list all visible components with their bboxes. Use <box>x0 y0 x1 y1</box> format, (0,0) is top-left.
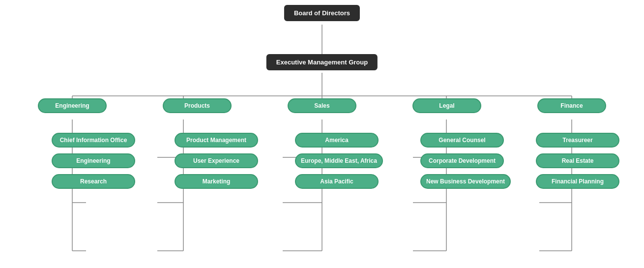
marketing: Marketing <box>175 174 258 189</box>
exec-node: Executive Management Group <box>266 54 378 70</box>
dept-legal: Legal <box>412 98 481 113</box>
financial-planning: Financial Planning <box>536 174 619 189</box>
product-management: Product Management <box>175 133 258 148</box>
research: Research <box>52 174 135 189</box>
chief-info-office: Chief Information Office <box>52 133 135 148</box>
dept-finance: Finance <box>537 98 606 113</box>
dept-sales-label: Sales <box>288 98 356 113</box>
dept-finance-label: Finance <box>537 98 606 113</box>
europe-middle-east-africa: Europe, Middle East, Africa <box>295 153 383 168</box>
real-estate: Real Estate <box>536 153 619 168</box>
engineering-children: Chief Information Office Engineering Res… <box>52 133 135 189</box>
legal-children: General Counsel Corporate Development Ne… <box>420 133 511 189</box>
dept-legal-label: Legal <box>412 98 481 113</box>
org-chart: Board of Directors Executive Management … <box>0 0 644 268</box>
department-row: Engineering Products Sales Legal Finance <box>0 98 644 113</box>
board-label: Board of Directors <box>284 5 360 21</box>
corporate-development: Corporate Development <box>420 153 504 168</box>
sales-children: America Europe, Middle East, Africa Asia… <box>295 133 383 189</box>
dept-engineering-label: Engineering <box>38 98 107 113</box>
treasureer: Treasureer <box>536 133 619 148</box>
finance-children: Treasureer Real Estate Financial Plannin… <box>536 133 619 189</box>
dept-products-label: Products <box>163 98 232 113</box>
general-counsel: General Counsel <box>420 133 504 148</box>
board-node: Board of Directors <box>284 5 360 21</box>
asia-pacific: Asia Pacific <box>295 174 379 189</box>
products-children: Product Management User Experience Marke… <box>175 133 258 189</box>
america: America <box>295 133 379 148</box>
dept-sales: Sales <box>288 98 356 113</box>
exec-label: Executive Management Group <box>266 54 378 70</box>
dept-engineering: Engineering <box>38 98 107 113</box>
user-experience: User Experience <box>175 153 258 168</box>
new-business-development: New Business Development <box>420 174 511 189</box>
engineering-child: Engineering <box>52 153 135 168</box>
dept-products: Products <box>163 98 232 113</box>
